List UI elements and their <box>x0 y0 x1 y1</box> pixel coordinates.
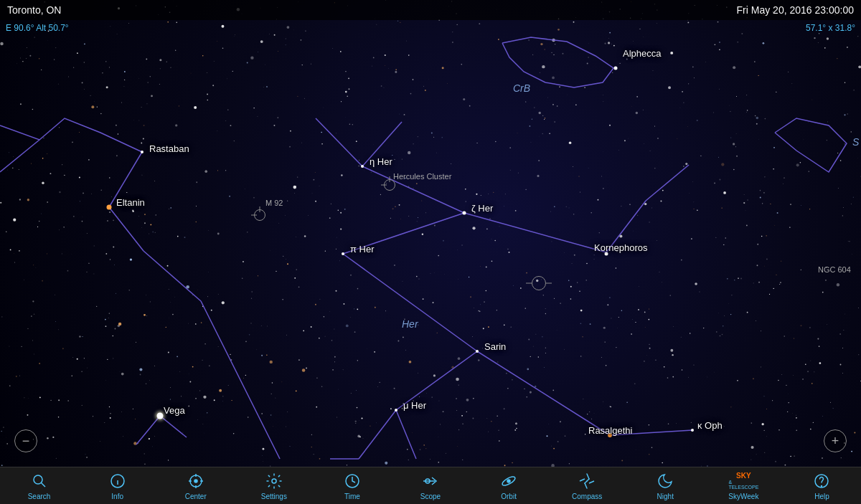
star-alphecca <box>614 67 618 70</box>
info-icon <box>108 471 128 491</box>
svg-line-19 <box>230 358 258 416</box>
star-kappa-oph <box>691 429 694 432</box>
label-sarin: Sarin <box>484 341 506 352</box>
label-pi-her: π Her <box>350 244 375 255</box>
label-kornephoros: Kornephoros <box>594 242 647 253</box>
toolbar-orbit[interactable]: Orbit <box>470 471 548 500</box>
svg-line-8 <box>477 351 610 435</box>
search-label: Search <box>28 493 51 500</box>
svg-line-7 <box>343 254 477 351</box>
orbit-icon <box>499 471 519 491</box>
label-kappa-oph: κ Oph <box>697 420 723 431</box>
toolbar-compass[interactable]: Compass <box>548 471 626 500</box>
toolbar-settings[interactable]: Settings <box>235 471 313 500</box>
compass-label: Compass <box>572 493 602 500</box>
m92-marker <box>254 209 265 221</box>
star-pi-her <box>342 252 344 255</box>
svg-line-44 <box>580 479 585 481</box>
orbit-label: Orbit <box>501 493 517 500</box>
constellation-lines <box>0 0 861 467</box>
label-mu-her: μ Her <box>403 400 426 411</box>
svg-point-47 <box>822 486 822 487</box>
svg-line-22 <box>136 416 160 444</box>
toolbar-help[interactable]: Help <box>783 471 861 500</box>
label-m92: M 92 <box>265 199 283 207</box>
toolbar-skyweek[interactable]: SKY & TELESCOPE SkyWeek <box>705 471 783 500</box>
svg-line-21 <box>160 416 187 437</box>
label-her: Her <box>402 318 418 330</box>
star-vega <box>157 413 164 419</box>
center-label: Center <box>185 493 207 500</box>
svg-line-24 <box>41 483 45 488</box>
svg-line-16 <box>109 207 144 251</box>
label-vega: Vega <box>164 405 185 416</box>
time-label: Time <box>344 493 360 500</box>
svg-line-17 <box>144 251 201 301</box>
label-eta-her: η Her <box>370 156 392 167</box>
toolbar-night[interactable]: Night <box>626 471 705 500</box>
toolbar-center[interactable]: Center <box>156 471 235 500</box>
star-sarin <box>476 350 479 353</box>
center-icon <box>186 471 206 491</box>
label-alphecca: Alphecca <box>623 48 661 59</box>
skyweek-icon: SKY & TELESCOPE <box>733 471 753 491</box>
settings-icon <box>264 471 284 491</box>
datetime-label: Fri May 20, 2016 23:00:00 <box>737 4 854 16</box>
svg-line-10 <box>359 410 396 459</box>
svg-line-6 <box>646 165 689 201</box>
star-eltanin <box>107 205 112 210</box>
toolbar-scope[interactable]: Scope <box>391 471 469 500</box>
center-crosshair <box>532 276 546 290</box>
toolbar-info[interactable]: Info <box>78 471 156 500</box>
svg-point-39 <box>507 480 510 482</box>
settings-label: Settings <box>261 493 287 500</box>
scope-icon <box>420 471 441 491</box>
star-zeta-her <box>463 211 466 215</box>
svg-line-12 <box>396 410 416 459</box>
bottom-toolbar: Search Info Center Settings Time Scope <box>0 467 861 504</box>
coord-left: E 90.6° Alt 50.7° <box>6 23 69 33</box>
svg-line-43 <box>585 483 587 488</box>
hercules-cluster-marker <box>384 179 395 191</box>
label-hercules-cluster: Hercules Cluster <box>393 172 451 181</box>
svg-point-29 <box>194 480 197 482</box>
info-label: Info <box>111 493 123 500</box>
svg-point-34 <box>272 479 276 483</box>
time-icon <box>342 471 362 491</box>
help-icon <box>811 471 832 491</box>
label-s: S <box>852 136 859 148</box>
star-mu-her <box>395 409 397 412</box>
svg-line-20 <box>258 416 280 459</box>
star-eta-her <box>361 165 364 168</box>
search-icon <box>29 471 50 491</box>
top-bar: Toronto, ON Fri May 20, 2016 23:00:00 <box>0 0 861 20</box>
label-crb: CrB <box>513 82 530 94</box>
label-rasalgethi: Rasalgethi <box>588 425 632 436</box>
label-zeta-her: ζ Her <box>471 203 493 214</box>
compass-icon <box>577 471 597 491</box>
toolbar-search[interactable]: Search <box>0 471 78 500</box>
svg-line-45 <box>589 481 594 483</box>
svg-line-18 <box>201 301 230 358</box>
night-icon <box>655 471 675 491</box>
zoom-plus-button[interactable]: + <box>824 429 847 452</box>
star-rastaban <box>141 151 144 153</box>
scope-label: Scope <box>420 493 441 500</box>
svg-line-4 <box>464 213 606 252</box>
location-label: Toronto, ON <box>7 4 61 16</box>
svg-line-2 <box>316 118 362 166</box>
sky-map[interactable]: Toronto, ON Fri May 20, 2016 23:00:00 E … <box>0 0 861 467</box>
svg-line-14 <box>0 140 39 172</box>
help-label: Help <box>814 493 829 500</box>
label-eltanin: Eltanin <box>116 197 145 208</box>
svg-point-23 <box>34 475 42 484</box>
skyweek-label: SkyWeek <box>728 493 758 500</box>
label-ngc604: NGC 604 <box>818 265 851 274</box>
label-rastaban: Rastaban <box>149 143 189 154</box>
toolbar-time[interactable]: Time <box>313 471 391 500</box>
svg-line-40 <box>587 474 589 479</box>
zoom-minus-button[interactable]: − <box>14 429 37 452</box>
night-label: Night <box>657 493 674 500</box>
coord-right: 57.1° x 31.8° <box>806 23 855 33</box>
